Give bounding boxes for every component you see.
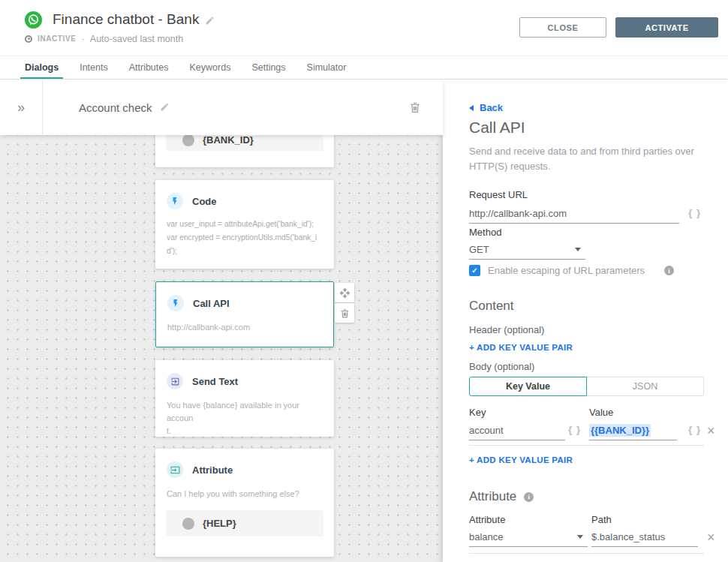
tab-key-value[interactable]: Key Value [469,377,587,396]
tab-simulator[interactable]: Simulator [302,57,351,79]
edit-dialog-pencil-icon[interactable] [160,101,170,114]
close-button[interactable]: CLOSE [519,17,606,38]
call-api-bolt-icon [167,295,184,311]
content-section-title: Content [469,299,514,314]
panel-description: Send and receive data to and from third … [469,144,698,174]
autosave-text: Auto-saved last month [90,34,183,44]
header-optional-label: Header (optional) [469,324,544,335]
collapse-sidebar-button[interactable]: » [0,80,43,135]
attribute-section-title-row: Attribute i [469,489,534,504]
send-text-icon [167,373,183,389]
call-api-url-text: http://callbank-api.com [167,321,322,334]
panel-title: Call API [469,119,525,137]
info-icon[interactable]: i [524,492,534,502]
path-label: Path [591,514,612,525]
insert-variable-braces-icon[interactable]: { } [688,424,701,435]
tab-json[interactable]: JSON [587,377,704,396]
method-label: Method [469,227,501,238]
attribute-dot-icon [182,518,194,530]
escape-url-checkbox-label: Enable escaping of URL parameters [488,265,645,276]
code-bolt-icon [167,193,183,209]
call-api-settings-panel: Back Call API Send and receive data to a… [443,80,728,562]
attribute-card-bankid[interactable]: {BANK_ID} [155,135,334,167]
chevron-down-icon [575,248,581,251]
insert-variable-braces-icon[interactable]: { } [568,424,581,435]
method-select[interactable]: GET [469,240,585,260]
attribute-question-card[interactable]: Attribute Can I help you with something … [155,449,334,557]
dialog-name: Account check [79,101,152,114]
body-mode-toggle: Key Value JSON [469,377,704,396]
attribute-chip: {BANK_ID} [166,135,323,151]
divider [469,445,704,446]
dialog-header-bar: » Account check [0,80,443,135]
path-input[interactable] [591,531,698,542]
path-field-wrap [591,527,698,547]
delete-dialog-trash-icon[interactable] [408,100,423,115]
request-url-label: Request URL [469,189,528,200]
top-bar: Finance chatbot - Bank INACTIVE · Auto-s… [0,0,728,56]
status-icon [25,35,32,43]
body-optional-label: Body (optional) [469,361,534,372]
whatsapp-icon [25,11,42,29]
attribute-dot-icon [182,135,194,146]
info-icon[interactable]: i [664,266,674,275]
tab-settings[interactable]: Settings [247,57,290,79]
call-api-card-selected[interactable]: Call API http://callbank-api.com [155,281,334,347]
add-key-value-pair-link[interactable]: + ADD KEY VALUE PAIR [469,343,573,352]
key-field-wrap [469,421,565,440]
back-button[interactable]: Back [469,102,503,113]
back-arrow-icon [469,105,474,111]
send-text-message: You have {balance} available in your acc… [167,399,323,437]
divider [469,553,704,554]
attribute-section-title: Attribute [469,489,516,504]
code-snippet: var user_input = attributeApi.get('bank_… [167,218,323,258]
request-url-input[interactable] [469,208,679,219]
code-card[interactable]: Code var user_input = attributeApi.get('… [155,180,334,269]
separator-dot: · [81,33,84,44]
tab-intents[interactable]: Intents [75,57,113,79]
value-label: Value [589,407,613,418]
move-card-icon[interactable] [335,283,354,302]
edit-title-pencil-icon[interactable] [205,15,215,29]
value-field[interactable]: {{BANK_ID}} [589,421,677,440]
attribute-label: Attribute [469,514,505,525]
insert-variable-braces-icon[interactable]: { } [688,207,701,218]
chatbot-builder-app: Finance chatbot - Bank INACTIVE · Auto-s… [0,0,728,562]
main-tab-bar: Dialogs Intents Attributes Keywords Sett… [0,57,728,80]
attribute-select[interactable]: balance [469,527,588,547]
status-row: INACTIVE · Auto-saved last month [25,33,183,44]
attribute-chip: {HELP} [166,510,323,536]
escape-url-checkbox[interactable]: ✓ [469,265,480,276]
add-key-value-pair-link[interactable]: + ADD KEY VALUE PAIR [469,455,573,464]
send-text-card[interactable]: Send Text You have {balance} available i… [155,360,334,437]
dialog-canvas: {BANK_ID} Code var user_input = attribut… [0,135,443,562]
tab-dialogs[interactable]: Dialogs [20,57,63,79]
remove-attribute-close-icon[interactable]: × [707,530,715,544]
card-controls [335,283,354,323]
key-label: Key [469,407,486,418]
key-input[interactable] [469,425,565,436]
status-badge: INACTIVE [38,35,76,43]
value-variable-token: {{BANK_ID}} [589,424,651,437]
activate-button[interactable]: ACTIVATE [615,17,718,38]
remove-key-value-close-icon[interactable]: × [707,424,715,437]
tab-keywords[interactable]: Keywords [185,57,236,79]
chevron-down-icon [577,535,583,539]
tab-attributes[interactable]: Attributes [125,57,173,79]
attribute-question-text: Can I help you with something else? [167,488,323,500]
attribute-input-icon [167,461,183,478]
request-url-field-wrap [469,204,679,224]
page-title: Finance chatbot - Bank [53,11,199,28]
delete-card-trash-icon[interactable] [335,303,354,323]
